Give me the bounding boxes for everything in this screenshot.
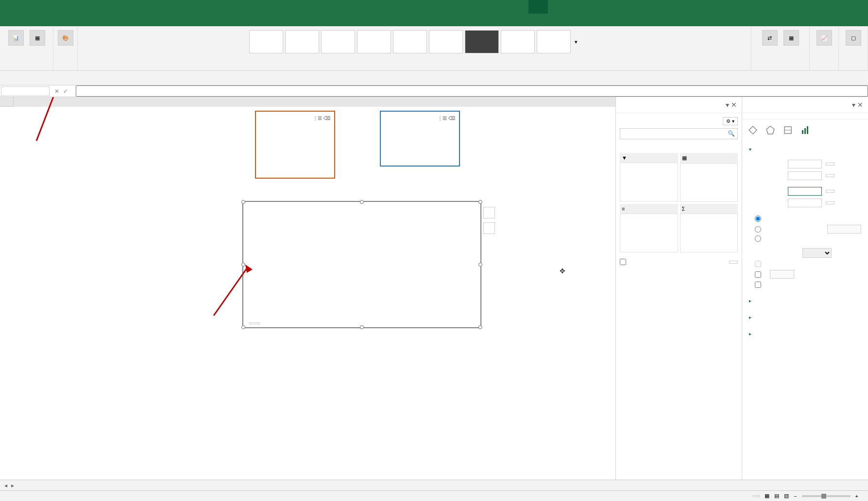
select-data-button[interactable]: ▦	[782, 28, 801, 49]
legend-area[interactable]: ▦	[680, 153, 738, 202]
update-layout-button[interactable]	[729, 261, 738, 264]
show-unit-label-checkbox	[755, 261, 761, 267]
slicer-multiselect-icon[interactable]: ⋮☰ ⌫	[313, 116, 330, 121]
field-settings-button[interactable]: ⚙ ▾	[723, 117, 738, 125]
minor-reset-button[interactable]	[826, 201, 834, 204]
major-reset-button[interactable]	[826, 190, 834, 193]
chart-style-1[interactable]	[249, 30, 283, 53]
chart-style-8[interactable]	[501, 30, 535, 53]
zoom-slider[interactable]	[802, 495, 851, 497]
slicer-clear-filter-icon[interactable]: ⋮☰ ⌫	[438, 116, 455, 121]
axis-options-section[interactable]	[749, 144, 861, 154]
change-color-button[interactable]: 🎨	[56, 28, 75, 49]
view-page-break-icon[interactable]: ▧	[784, 493, 789, 499]
chart-style-4[interactable]	[357, 30, 391, 53]
log-base-input[interactable]	[770, 270, 794, 279]
cross-auto-radio[interactable]	[755, 216, 761, 222]
format-axis-panel: ▾ ✕	[742, 97, 868, 487]
zoom-out-button[interactable]: −	[794, 493, 797, 499]
view-normal-icon[interactable]: ▦	[765, 493, 769, 499]
style-gallery-more-button[interactable]: ▾	[573, 37, 579, 47]
chart-style-2[interactable]	[285, 30, 319, 53]
change-color-icon: 🎨	[58, 30, 73, 46]
fill-line-icon[interactable]	[747, 124, 759, 136]
chart-styles-button[interactable]	[483, 222, 495, 234]
defer-layout-checkbox[interactable]	[620, 259, 626, 265]
log-scale-checkbox[interactable]	[755, 271, 761, 278]
reverse-order-checkbox[interactable]	[755, 282, 761, 288]
panel-close-icon[interactable]: ✕	[731, 101, 737, 109]
svg-rect-10	[804, 128, 806, 134]
chart-style-5[interactable]	[393, 30, 427, 53]
pivot-chart[interactable]	[243, 201, 481, 328]
spreadsheet-grid[interactable]: ⋮☰ ⌫ ⋮☰ ⌫	[0, 97, 615, 487]
sheet-tab-bar: ◂ ▸	[0, 480, 868, 490]
chart-style-6[interactable]	[429, 30, 463, 53]
sheet-nav-last-icon[interactable]: ▸	[10, 482, 16, 489]
tick-marks-section[interactable]	[749, 295, 861, 306]
min-value-input[interactable]	[788, 160, 822, 168]
effects-icon[interactable]	[765, 124, 776, 136]
add-chart-element-button[interactable]: 📊	[6, 28, 26, 49]
cancel-formula-icon[interactable]: ✕	[54, 88, 59, 95]
values-area[interactable]: Σ	[680, 204, 738, 252]
switch-row-column-button[interactable]: ⇄	[760, 28, 780, 49]
ime-indicator[interactable]	[753, 495, 760, 497]
zoom-in-button[interactable]: +	[855, 493, 858, 499]
max-auto-button[interactable]	[826, 174, 834, 177]
min-reset-button[interactable]	[826, 163, 834, 166]
svg-marker-6	[766, 126, 774, 134]
units-label	[755, 182, 861, 185]
change-chart-type-icon: 📈	[817, 30, 832, 46]
cross-value-input[interactable]	[827, 225, 861, 234]
size-properties-icon[interactable]	[782, 124, 794, 136]
bounds-label	[755, 154, 861, 158]
filters-area[interactable]: ▼	[620, 153, 678, 202]
quick-layout-button[interactable]: ▦	[28, 28, 47, 49]
legend-icon: ▦	[682, 155, 687, 161]
status-bar: ▦ ▤ ▧ − +	[0, 490, 868, 501]
view-page-layout-icon[interactable]: ▤	[774, 493, 779, 499]
chart-style-7[interactable]	[465, 30, 499, 53]
svg-rect-9	[802, 130, 803, 134]
axis-options-icon[interactable]	[800, 124, 811, 136]
filter-icon: ▼	[622, 155, 627, 161]
slicer-subject[interactable]: ⋮☰ ⌫	[380, 111, 460, 167]
chart-style-3[interactable]	[321, 30, 355, 53]
field-search-input[interactable]	[620, 128, 738, 139]
quick-layout-icon: ▦	[30, 30, 45, 46]
switch-row-column-icon: ⇄	[762, 30, 778, 46]
chart-style-gallery: ▾	[247, 28, 581, 55]
chart-style-9[interactable]	[537, 30, 571, 53]
svg-rect-11	[807, 126, 808, 134]
minor-unit-input[interactable]	[788, 199, 822, 207]
chart-tools-tab[interactable]	[528, 0, 548, 14]
search-icon: 🔍	[728, 130, 735, 137]
panel-dropdown-icon[interactable]: ▾	[726, 101, 729, 109]
chart-elements-button[interactable]	[483, 207, 495, 218]
number-section[interactable]	[749, 328, 861, 339]
max-value-input[interactable]	[788, 171, 822, 180]
major-unit-input[interactable]	[788, 187, 822, 196]
display-unit-select[interactable]	[802, 248, 832, 258]
panel-close-icon[interactable]: ✕	[857, 101, 863, 109]
pivot-chart-fields-panel: ▾ ✕ ⚙ ▾ 🔍 ▼	[615, 97, 742, 487]
cross-max-radio[interactable]	[755, 235, 761, 242]
move-chart-icon: ▢	[846, 30, 861, 46]
labels-section[interactable]	[749, 312, 861, 322]
chart-axis-field-dropdown[interactable]	[249, 322, 260, 324]
move-chart-button[interactable]: ▢	[844, 28, 863, 49]
name-box[interactable]	[1, 86, 50, 96]
slicer-class[interactable]: ⋮☰ ⌫	[255, 111, 335, 179]
select-all-corner[interactable]	[0, 97, 14, 107]
cross-value-radio[interactable]	[755, 226, 761, 233]
accept-formula-icon[interactable]: ✓	[63, 88, 68, 95]
panel-dropdown-icon[interactable]: ▾	[852, 101, 855, 109]
formula-input[interactable]	[76, 85, 868, 97]
add-chart-element-icon: 📊	[8, 30, 24, 46]
sheet-nav-first-icon[interactable]: ◂	[3, 482, 9, 489]
move-cursor-icon: ✥	[560, 267, 565, 275]
change-chart-type-button[interactable]: 📈	[815, 28, 834, 49]
menu-bar	[0, 14, 868, 26]
axis-area[interactable]: ≡	[620, 204, 678, 252]
